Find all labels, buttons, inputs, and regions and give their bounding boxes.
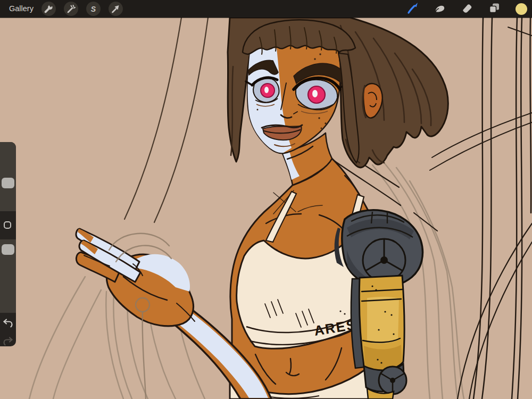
undo-button[interactable]: [2, 317, 14, 329]
magic-wand-icon: [64, 3, 77, 15]
adjustments-button[interactable]: [64, 2, 78, 16]
redo-button[interactable]: [2, 335, 14, 347]
undo-icon: [2, 323, 14, 331]
opacity-slider[interactable]: [0, 239, 16, 313]
layers-button[interactable]: [488, 3, 501, 15]
eraser-icon: [461, 2, 473, 16]
color-swatch: [516, 3, 527, 15]
paint-tool-button[interactable]: [406, 3, 419, 15]
opacity-handle[interactable]: [2, 244, 14, 255]
artwork: ARES: [0, 0, 532, 399]
actions-button[interactable]: [41, 2, 56, 16]
transform-arrow-icon: [109, 3, 122, 15]
toolbar-right-group: [406, 3, 532, 15]
wrench-icon: [42, 3, 55, 15]
drawing-canvas[interactable]: ARES: [0, 0, 532, 399]
brush-size-handle[interactable]: [2, 178, 14, 188]
modify-button[interactable]: [4, 221, 11, 229]
app-root: { "toolbar": { "gallery_label": "Gallery…: [0, 0, 532, 399]
brush-size-slider[interactable]: [0, 142, 16, 211]
smudge-finger-icon: [434, 2, 446, 16]
color-button[interactable]: [515, 3, 528, 15]
toolbar-left-group: Gallery S: [0, 0, 123, 18]
redo-icon: [2, 341, 14, 349]
selection-button[interactable]: S: [86, 2, 101, 16]
smudge-tool-button[interactable]: [434, 3, 446, 15]
layers-icon: [488, 2, 501, 16]
s-glyph-icon: S: [91, 5, 96, 13]
top-toolbar: Gallery S: [0, 0, 532, 18]
paintbrush-icon: [406, 2, 419, 16]
gallery-button[interactable]: Gallery: [9, 0, 34, 18]
brush-sidebar: [0, 142, 16, 346]
erase-tool-button[interactable]: [461, 3, 473, 15]
transform-button[interactable]: [109, 2, 123, 16]
